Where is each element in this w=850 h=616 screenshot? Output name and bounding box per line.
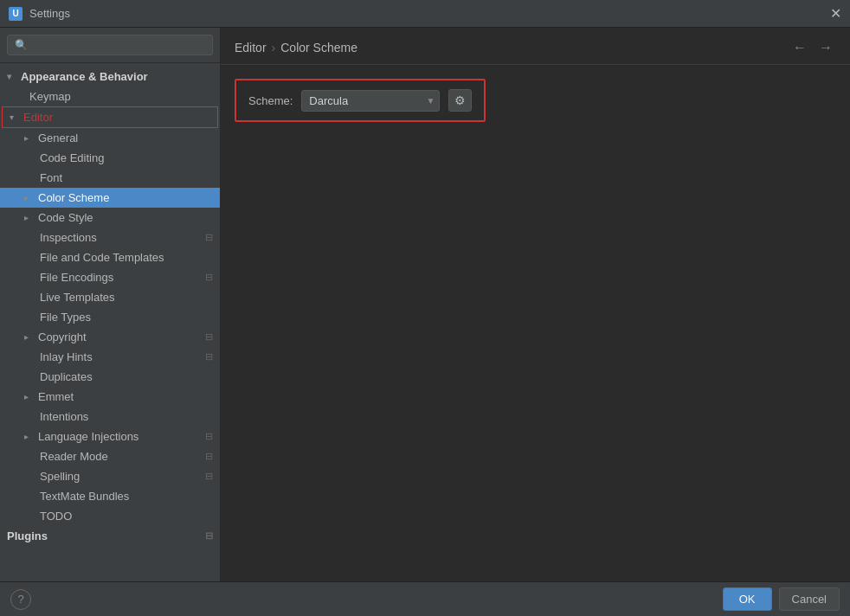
scheme-select[interactable]: DarculaHigh contrastIntelliJ LightMonoka… xyxy=(301,90,440,112)
sidebar-label-appearance: Appearance & Behavior xyxy=(21,70,213,83)
sidebar-label-live-templates: Live Templates xyxy=(40,291,213,304)
sidebar-label-inspections: Inspections xyxy=(40,231,202,244)
sidebar-badge-plugins: ⊟ xyxy=(205,530,213,542)
search-input[interactable] xyxy=(7,35,213,55)
breadcrumb-color-scheme: Color Scheme xyxy=(280,41,357,55)
sidebar-item-todo[interactable]: TODO xyxy=(0,506,220,526)
sidebar-item-spelling[interactable]: Spelling⊟ xyxy=(0,466,220,486)
sidebar-badge-file-encodings: ⊟ xyxy=(205,272,213,283)
sidebar-item-keymap[interactable]: Keymap xyxy=(0,87,220,106)
sidebar-label-file-code-templates: File and Code Templates xyxy=(40,251,213,264)
expand-arrow-color-scheme: ▸ xyxy=(24,193,35,202)
sidebar-label-copyright: Copyright xyxy=(38,330,202,343)
breadcrumb-separator: › xyxy=(272,41,276,55)
content-body: Scheme: DarculaHigh contrastIntelliJ Lig… xyxy=(221,65,850,581)
expand-arrow-emmet: ▸ xyxy=(24,392,35,401)
nav-back-button[interactable]: ← xyxy=(789,38,810,57)
sidebar-item-language-injections[interactable]: ▸Language Injections⊟ xyxy=(0,427,220,446)
close-button[interactable]: ✕ xyxy=(830,7,841,21)
sidebar-label-inlay-hints: Inlay Hints xyxy=(40,350,202,363)
sidebar-label-textmate-bundles: TextMate Bundles xyxy=(40,490,213,503)
gear-button[interactable]: ⚙ xyxy=(448,89,472,112)
sidebar-item-copyright[interactable]: ▸Copyright⊟ xyxy=(0,327,220,347)
sidebar-label-file-types: File Types xyxy=(40,311,213,324)
sidebar-item-file-code-templates[interactable]: File and Code Templates xyxy=(0,247,220,267)
sidebar-label-todo: TODO xyxy=(40,510,213,523)
breadcrumb-editor: Editor xyxy=(235,41,267,55)
expand-arrow-appearance: ▾ xyxy=(7,72,17,81)
main-layout: ▾Appearance & BehaviorKeymap▾Editor▸Gene… xyxy=(0,28,850,581)
expand-arrow-editor: ▾ xyxy=(10,112,20,122)
sidebar-badge-inspections: ⊟ xyxy=(205,232,213,243)
sidebar-badge-inlay-hints: ⊟ xyxy=(205,351,213,363)
expand-arrow-language-injections: ▸ xyxy=(24,432,35,441)
sidebar-item-editor[interactable]: ▾Editor xyxy=(2,106,218,128)
sidebar-label-editor: Editor xyxy=(23,111,210,124)
sidebar-label-color-scheme: Color Scheme xyxy=(38,191,213,204)
title-bar: U Settings ✕ xyxy=(0,0,850,28)
sidebar-item-file-encodings[interactable]: File Encodings⊟ xyxy=(0,267,220,287)
sidebar-item-code-editing[interactable]: Code Editing xyxy=(0,148,220,168)
sidebar-item-reader-mode[interactable]: Reader Mode⊟ xyxy=(0,446,220,466)
sidebar-label-spelling: Spelling xyxy=(40,470,202,483)
content-header: Editor › Color Scheme ← → xyxy=(221,28,850,65)
scheme-label: Scheme: xyxy=(248,94,293,107)
ok-button[interactable]: OK xyxy=(723,587,772,611)
sidebar-item-general[interactable]: ▸General xyxy=(0,128,220,148)
sidebar-badge-language-injections: ⊟ xyxy=(205,431,213,442)
help-button[interactable]: ? xyxy=(10,589,31,610)
sidebar-label-font: Font xyxy=(40,171,213,184)
search-bar xyxy=(0,28,220,63)
sidebar-label-duplicates: Duplicates xyxy=(40,370,213,383)
sidebar-label-reader-mode: Reader Mode xyxy=(40,450,202,463)
expand-arrow-code-style: ▸ xyxy=(24,213,35,222)
content-area: Editor › Color Scheme ← → Scheme: Darcul… xyxy=(221,28,850,581)
sidebar-label-language-injections: Language Injections xyxy=(38,430,202,443)
sidebar-label-code-editing: Code Editing xyxy=(40,151,213,164)
sidebar-item-inlay-hints[interactable]: Inlay Hints⊟ xyxy=(0,347,220,367)
bottom-bar: ? OK Cancel xyxy=(0,581,850,616)
sidebar-item-emmet[interactable]: ▸Emmet xyxy=(0,387,220,407)
action-buttons: OK Cancel xyxy=(723,587,840,611)
sidebar-item-plugins[interactable]: Plugins⊟ xyxy=(0,526,220,546)
sidebar-item-intentions[interactable]: Intentions xyxy=(0,407,220,427)
window-title: Settings xyxy=(29,7,70,20)
sidebar-label-keymap: Keymap xyxy=(29,90,213,103)
sidebar-label-file-encodings: File Encodings xyxy=(40,271,202,284)
sidebar-label-code-style: Code Style xyxy=(38,211,213,224)
sidebar-item-duplicates[interactable]: Duplicates xyxy=(0,367,220,387)
expand-arrow-copyright: ▸ xyxy=(24,332,35,342)
nav-forward-button[interactable]: → xyxy=(815,38,836,57)
sidebar: ▾Appearance & BehaviorKeymap▾Editor▸Gene… xyxy=(0,28,221,581)
sidebar-badge-spelling: ⊟ xyxy=(205,471,213,482)
sidebar-item-textmate-bundles[interactable]: TextMate Bundles xyxy=(0,486,220,506)
sidebar-badge-reader-mode: ⊟ xyxy=(205,451,213,462)
app-icon: U xyxy=(9,7,23,21)
sidebar-label-emmet: Emmet xyxy=(38,390,213,403)
sidebar-label-plugins: Plugins xyxy=(7,529,202,542)
sidebar-list: ▾Appearance & BehaviorKeymap▾Editor▸Gene… xyxy=(0,63,220,581)
sidebar-badge-copyright: ⊟ xyxy=(205,331,213,343)
cancel-button[interactable]: Cancel xyxy=(779,587,840,611)
sidebar-item-font[interactable]: Font xyxy=(0,168,220,188)
sidebar-label-intentions: Intentions xyxy=(40,410,213,423)
expand-arrow-general: ▸ xyxy=(24,133,35,143)
title-bar-left: U Settings xyxy=(9,7,70,21)
sidebar-item-appearance[interactable]: ▾Appearance & Behavior xyxy=(0,67,220,87)
sidebar-item-inspections[interactable]: Inspections⊟ xyxy=(0,228,220,247)
sidebar-item-file-types[interactable]: File Types xyxy=(0,307,220,327)
sidebar-item-color-scheme[interactable]: ▸Color Scheme xyxy=(0,188,220,208)
select-wrapper: DarculaHigh contrastIntelliJ LightMonoka… xyxy=(301,90,440,112)
sidebar-item-live-templates[interactable]: Live Templates xyxy=(0,287,220,307)
breadcrumb: Editor › Color Scheme xyxy=(235,41,357,55)
sidebar-item-code-style[interactable]: ▸Code Style xyxy=(0,208,220,228)
sidebar-label-general: General xyxy=(38,132,213,144)
nav-buttons: ← → xyxy=(789,38,836,57)
scheme-box: Scheme: DarculaHigh contrastIntelliJ Lig… xyxy=(235,79,486,122)
